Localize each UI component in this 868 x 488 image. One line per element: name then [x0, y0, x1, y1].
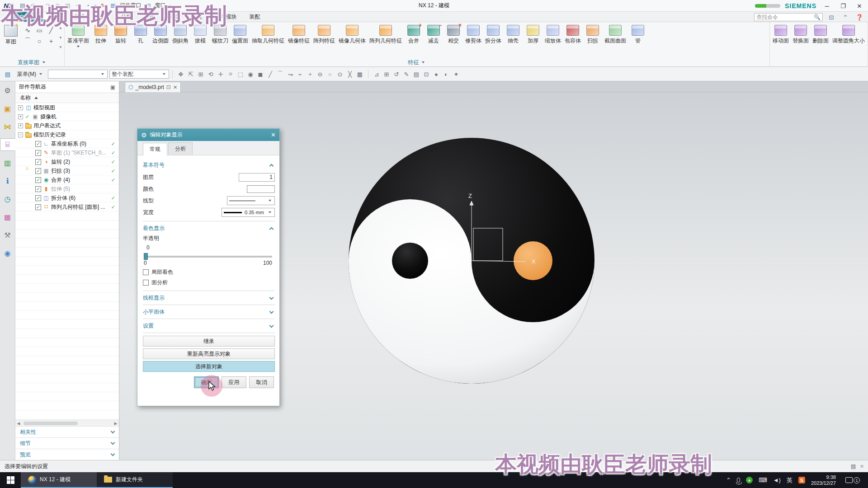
scroll-right-icon[interactable]: ▶: [113, 421, 119, 426]
sogou-tray-icon[interactable]: S: [798, 477, 805, 483]
fullscreen-icon[interactable]: ⊡: [827, 13, 836, 21]
hidden-icons-chevron[interactable]: ⌃: [726, 477, 731, 483]
close-icon[interactable]: ✕: [271, 131, 276, 138]
solid-body-icon[interactable]: ◼: [255, 70, 265, 79]
ribbon-button[interactable]: 偏置面: [230, 23, 250, 45]
notification-center[interactable]: 1: [842, 477, 863, 483]
ribbon-button[interactable]: 基准平面: [66, 23, 91, 47]
selection-scope-combo[interactable]: 整个装配: [109, 70, 169, 79]
line-snap-icon[interactable]: ╱: [265, 70, 275, 79]
partial-shading-checkbox[interactable]: [143, 269, 149, 275]
ribbon-button[interactable]: 截面曲面: [603, 23, 628, 45]
grid-plus-icon[interactable]: ⊞: [382, 70, 392, 79]
arc-icon[interactable]: ⌒: [22, 36, 33, 47]
close-button[interactable]: ✕: [854, 1, 865, 10]
chevron-down-icon[interactable]: [169, 5, 172, 7]
roles-icon[interactable]: ◉: [1, 247, 14, 259]
chevron-down-icon[interactable]: [422, 61, 425, 63]
grid-icon[interactable]: ⊞: [196, 70, 206, 79]
tree-item-label[interactable]: 用户表达式: [33, 122, 61, 130]
ribbon-button[interactable]: 包容体: [563, 23, 583, 45]
restore-button[interactable]: ❐: [837, 1, 849, 10]
ribbon-button[interactable]: 镜像特征: [286, 23, 311, 45]
window-menu-label[interactable]: 窗口: [155, 2, 166, 9]
taskbar-app-folder[interactable]: 新建文件夹: [97, 472, 173, 488]
panel-options-icon[interactable]: ▣: [110, 84, 115, 90]
tree-item[interactable]: − ⚠ 模型历史记录 ✓: [15, 130, 119, 139]
pattern-icon[interactable]: ⌗: [226, 70, 236, 79]
spline-icon[interactable]: ∿: [22, 25, 33, 36]
column-header-name[interactable]: 名称: [20, 94, 31, 102]
tree-checkbox[interactable]: [35, 150, 41, 156]
point-icon[interactable]: +: [45, 36, 57, 47]
taskbar-app-nx[interactable]: NX 12 - 建模: [21, 472, 97, 488]
tree-checkbox[interactable]: [35, 168, 41, 174]
minimize-ribbon-icon[interactable]: ⌃: [841, 13, 850, 21]
tree-item-label[interactable]: 合并 (4): [51, 176, 70, 184]
close-tab-icon[interactable]: ✕: [173, 84, 177, 90]
section-basic-symbols[interactable]: 基本符号: [143, 161, 275, 169]
bounding-box-icon[interactable]: ⬚: [236, 70, 245, 79]
note-icon[interactable]: ▤: [851, 463, 856, 469]
ribbon-button[interactable]: 移动面: [771, 23, 791, 45]
ribbon-button[interactable]: 替换面: [791, 23, 811, 45]
inherit-button[interactable]: 继承: [143, 336, 275, 347]
tree-checkbox[interactable]: [24, 114, 30, 120]
tree-item[interactable]: ⚠ 基准坐标系 (0) ✓: [15, 139, 119, 148]
chevron-down-icon[interactable]: [42, 61, 45, 63]
ribbon-button[interactable]: 拔模: [190, 23, 210, 45]
expand-toggle[interactable]: +: [18, 123, 23, 128]
reuse-library-icon[interactable]: ▥: [1, 156, 14, 169]
tree-checkbox[interactable]: [35, 204, 41, 210]
antivirus-tray-icon[interactable]: +: [746, 477, 753, 483]
tree-item[interactable]: ⚠ 拉伸 (5) ✓: [15, 184, 119, 193]
ribbon-button[interactable]: 调整圆角大小: [830, 23, 867, 45]
tree-item-label[interactable]: 旋转 (2): [51, 158, 70, 166]
ribbon-button[interactable]: 缩放体: [543, 23, 563, 45]
slider-handle[interactable]: [144, 253, 148, 260]
mesh-icon[interactable]: ▦: [355, 70, 365, 79]
view-orient-icon[interactable]: ◔: [83, 2, 92, 10]
window-icon[interactable]: ⊡: [144, 2, 153, 10]
ribbon-button[interactable]: 扫掠: [583, 23, 603, 45]
tree-item-label[interactable]: 模型历史记录: [33, 131, 66, 139]
rotate-view-icon[interactable]: ⟲: [206, 70, 216, 79]
display-tray-icon[interactable]: ⌨: [759, 477, 767, 483]
tree-item[interactable]: ⚠ 扫掠 (3) ✓: [15, 166, 119, 175]
select-new-object-button[interactable]: 选择新对象: [143, 361, 275, 372]
tree-item-label[interactable]: 摄像机: [40, 113, 57, 121]
paste-icon[interactable]: ▦: [63, 2, 72, 10]
ribbon-button[interactable]: − 减去: [424, 23, 443, 45]
ribbon-button[interactable]: 拆分体: [483, 23, 503, 45]
ribbon-tab[interactable]: 视图: [138, 12, 161, 22]
face-analysis-checkbox[interactable]: [143, 280, 149, 286]
orient-view-icon[interactable]: ⇱: [186, 70, 196, 79]
layer-input[interactable]: 1: [239, 173, 275, 182]
tree-item[interactable]: + ⚠ 摄像机 ✓: [15, 112, 119, 121]
chevron-down-icon[interactable]: [39, 5, 42, 7]
ribbon-button[interactable]: 倒斜角: [170, 23, 190, 45]
tab-general[interactable]: 常规: [143, 143, 167, 155]
ribbon-button[interactable]: 删除面: [811, 23, 830, 45]
tab-file[interactable]: 文件(F): [13, 12, 43, 22]
pen-icon[interactable]: ✎: [401, 70, 411, 79]
slider-track[interactable]: [144, 256, 272, 258]
line-icon[interactable]: ╱: [45, 25, 57, 36]
ribbon-button[interactable]: 管: [628, 23, 648, 45]
web-browser-icon[interactable]: ℹ: [1, 174, 14, 187]
speaker-icon[interactable]: ◄): [773, 477, 781, 483]
rectangle-icon[interactable]: ▭: [33, 25, 45, 36]
tree-item-label[interactable]: 拉伸 (5): [51, 185, 70, 193]
window-fit-icon[interactable]: ⊡: [421, 70, 431, 79]
tree-item-label[interactable]: 扫掠 (3): [51, 167, 70, 175]
part-navigator-icon[interactable]: ⌸: [0, 138, 15, 151]
expand-toggle[interactable]: −: [18, 132, 23, 137]
arc-snap-icon[interactable]: ⌒: [275, 70, 285, 79]
switch-window-label[interactable]: 切换窗口: [120, 2, 142, 9]
sphere-icon[interactable]: ◉: [245, 70, 255, 79]
tree-checkbox[interactable]: [35, 177, 41, 183]
tree-item[interactable]: ⚠ 拆分体 (6) ✓: [15, 193, 119, 202]
switch-window-icon[interactable]: ⊞: [108, 2, 118, 10]
tree-item-label[interactable]: 拆分体 (6): [51, 194, 75, 202]
menu-icon[interactable]: ▤: [3, 70, 12, 78]
